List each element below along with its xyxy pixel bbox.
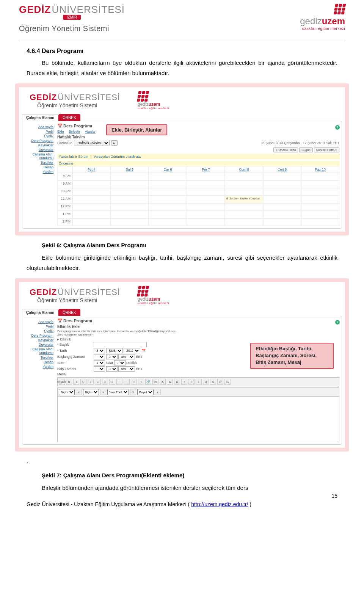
link-ekle[interactable]: Ekle [57,130,64,133]
calendar-cell[interactable] [111,203,149,211]
sidebar2-item-ders-programi[interactable]: Ders Programı [25,334,53,337]
editor-select[interactable]: Biçim [83,389,99,395]
editor-button[interactable]: · [124,379,130,385]
day-mon[interactable]: Pzt 4 [72,166,111,173]
editor-button[interactable]: ♪ [181,379,187,385]
calendar-cell[interactable] [263,218,301,226]
calendar-event[interactable]: ⊕ Toplam Kalite Yönetimi [225,196,263,203]
select-day[interactable]: 8 [94,348,105,353]
tab2-calisma-alanim[interactable]: Çalışma Alanım [22,309,58,316]
calendar-cell[interactable] [72,211,111,218]
calendar-cell[interactable] [149,211,187,218]
calendar-cell[interactable] [111,188,149,196]
calendar-cell[interactable] [263,203,301,211]
editor-button[interactable]: B [66,379,72,385]
calendar-cell[interactable] [149,203,187,211]
sidebar-item-duyurular[interactable]: Duyurular [25,148,53,152]
select-dur-m[interactable]: 00 [114,360,126,365]
calendar-cell[interactable] [72,203,111,211]
editor-button[interactable]: U [203,379,209,385]
editor-button[interactable]: ⎀ [138,379,144,385]
editor-button[interactable]: ≡ [109,379,115,385]
sidebar-item-uyelik[interactable]: Üyelik [25,134,53,138]
sidebar2-item-duyurular[interactable]: Duyurular [25,343,53,347]
sidebar2-item-uyelik[interactable]: Üyelik [25,329,53,333]
calendar-cell[interactable] [111,218,149,226]
chevron-down-icon[interactable]: ▾ [76,389,82,395]
calendar-cell[interactable] [263,180,301,188]
editor-button[interactable]: ⎀ [131,379,137,385]
calendar-cell[interactable] [149,188,187,196]
select-start-m[interactable]: 00 [106,354,118,359]
printable-link[interactable]: Yazdırılabilir Sürüm [59,155,88,158]
calendar-cell[interactable] [111,196,149,203]
help-icon-2[interactable]: ? [335,320,340,325]
editor-button[interactable]: I [196,379,202,385]
editor-button[interactable]: Ω [174,379,180,385]
default-view-link[interactable]: Varsayılan Görünüm olarak ata [94,155,141,158]
calendar-cell[interactable] [263,196,301,203]
calendar-cell[interactable] [149,180,187,188]
calendar-cell[interactable] [187,218,225,226]
today-button[interactable]: Bugün [299,147,312,152]
calendar-cell[interactable] [187,203,225,211]
calendar-picker-icon[interactable]: 📅 [141,349,146,353]
editor-button[interactable]: A [160,379,166,385]
select-end-h[interactable]: - [94,366,105,372]
editor-select[interactable]: Yazı Türü [107,389,129,395]
day-sat[interactable]: Cmt 9 [263,166,301,173]
calendar-cell[interactable] [225,173,263,180]
select-start-ap[interactable]: am [118,354,135,359]
editor-button[interactable]: I [73,379,79,385]
sidebar2-item-anasayfa[interactable]: Ana sayfa [25,320,53,324]
sidebar2-item-hesap[interactable]: Hesap [25,360,53,364]
sidebar-item-kaynaklar[interactable]: Kaynaklar [25,143,53,147]
day-thu[interactable]: Per 7 [187,166,225,173]
view-go-button[interactable]: ▸ [111,140,118,146]
sidebar-item-calisma-alani-kurulumu[interactable]: Çalışma Alanı Kurulumu [25,152,53,160]
editor-select[interactable]: Boyut [137,389,154,395]
sidebar2-item-profil[interactable]: Profil [25,325,53,328]
calendar-cell[interactable] [263,188,301,196]
editor-button[interactable]: x² [217,379,223,385]
calendar-cell[interactable] [225,188,263,196]
link-birlestir[interactable]: Birleştir [69,130,80,133]
next-week-button[interactable]: Sonraki Hafta > [314,147,339,152]
select-dur-h[interactable]: 1 [94,360,105,365]
calendar-cell[interactable] [72,218,111,226]
editor-button[interactable]: · [116,379,122,385]
calendar-cell[interactable] [187,188,225,196]
help-icon[interactable]: ? [335,125,340,130]
sidebar-item-yardim[interactable]: Yardım [25,170,53,174]
sidebar2-item-tercihler[interactable]: Tercihler [25,356,53,359]
view-select[interactable]: Haftalık Takvim [74,140,110,146]
prev-week-button[interactable]: < Önceki Hafta [273,147,298,152]
chevron-down-icon[interactable]: ▾ [100,389,106,395]
calendar-cell[interactable] [187,211,225,218]
calendar-cell[interactable] [111,173,149,180]
calendar-cell[interactable] [149,218,187,226]
calendar-cell[interactable] [301,196,339,203]
calendar-cell[interactable] [187,196,225,203]
calendar-cell[interactable] [72,196,111,203]
sidebar-item-tercihler[interactable]: Tercihler [25,161,53,165]
sidebar-item-ders-programi[interactable]: Ders Programı [25,139,53,143]
sidebar-item-anasayfa[interactable]: Ana sayfa [25,125,53,129]
calendar-cell[interactable] [301,211,339,218]
select-end-ap[interactable]: am [118,366,135,372]
chevron-down-icon[interactable]: ▾ [130,389,136,395]
sidebar-item-hesap[interactable]: Hesap [25,165,53,169]
editor-button[interactable]: ≡ [102,379,108,385]
calendar-cell[interactable] [301,180,339,188]
sidebar2-item-yardim[interactable]: Yardım [25,365,53,369]
calendar-cell[interactable] [263,173,301,180]
editor-button[interactable]: B [188,379,195,385]
calendar-cell[interactable] [225,211,263,218]
day-fri[interactable]: Cum 8 [225,166,263,173]
select-year[interactable]: 2013 [124,348,140,353]
editor-button[interactable]: ▭ [152,379,158,385]
sidebar2-item-calisma-alani-kurulumu[interactable]: Çalışma Alanı Kurulumu [25,347,53,355]
select-end-m[interactable]: 00 [106,366,118,372]
day-sun[interactable]: Paz 10 [301,166,339,173]
calendar-cell[interactable] [225,203,263,211]
